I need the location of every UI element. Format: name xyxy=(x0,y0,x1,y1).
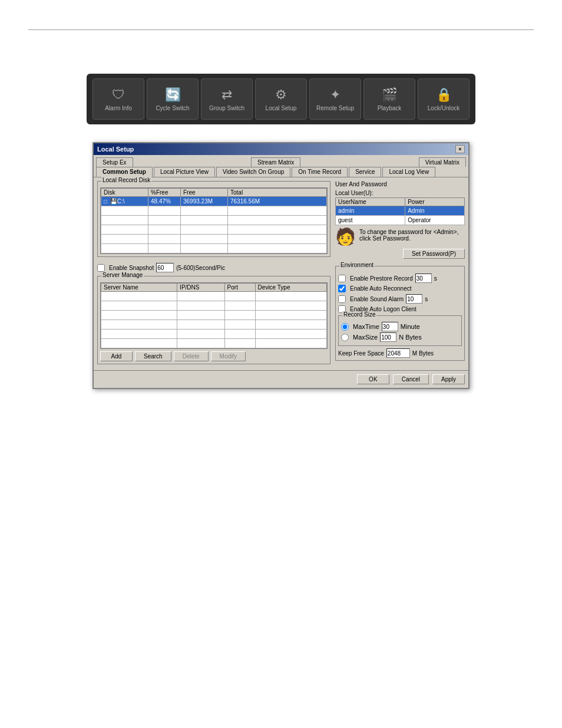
remote-setup-label: Remote Setup xyxy=(316,105,354,111)
server-col-device: Device Type xyxy=(255,284,326,292)
enable-auto-reconnect-checkbox[interactable] xyxy=(338,285,346,292)
tabs-row2: Common Setup Local Picture View Video Sw… xyxy=(94,167,468,177)
max-size-value-input[interactable] xyxy=(380,332,396,342)
auto-reconnect-row: Enable Auto Reconnect xyxy=(338,285,462,292)
sound-alarm-label: Enable Sound Alarm xyxy=(350,296,404,302)
keep-free-unit: M Bytes xyxy=(412,350,434,357)
dialog-close-button[interactable]: × xyxy=(455,145,465,153)
table-row xyxy=(101,339,327,348)
server-table: Server Name IP/DNS Port Device Type xyxy=(101,283,327,348)
free-cell: 36993.23M xyxy=(181,197,228,206)
group-switch-icon: ⇄ xyxy=(222,87,232,103)
disk-col-disk: Disk xyxy=(101,189,148,197)
toolbar-item-local-setup[interactable]: ⚙ Local Setup xyxy=(255,78,307,120)
mascot-icon: 🧑 xyxy=(335,229,356,245)
toolbar-item-playback[interactable]: 🎬 Playback xyxy=(363,78,415,120)
add-button[interactable]: Add xyxy=(100,351,133,361)
tab-common-setup[interactable]: Common Setup xyxy=(96,167,153,177)
max-time-radio[interactable] xyxy=(341,323,349,331)
keep-free-row: Keep Free Space M Bytes xyxy=(338,348,462,358)
local-record-disk-group: Local Record Disk Disk %Free Free Total xyxy=(97,181,330,257)
dialog-title: Local Setup xyxy=(97,146,134,153)
local-setup-icon: ⚙ xyxy=(275,87,287,103)
group-switch-label: Group Switch xyxy=(209,105,244,111)
table-row xyxy=(101,292,327,301)
password-info-text: To change the password for <Admin>, clic… xyxy=(359,229,465,242)
tab-virtual-matrix[interactable]: Virtual Matrix xyxy=(419,157,466,167)
cycle-switch-icon: 🔄 xyxy=(165,87,181,103)
tab-service[interactable]: Service xyxy=(349,167,381,177)
tab-local-picture-view[interactable]: Local Picture View xyxy=(154,167,215,177)
snapshot-value-input[interactable] xyxy=(156,263,174,272)
enable-snapshot-label: Enable Snapshot xyxy=(109,265,154,271)
table-row xyxy=(101,320,327,330)
right-panel: User And Password Local User(U): UserNam… xyxy=(335,181,465,364)
max-time-label: MaxTime xyxy=(353,323,379,330)
list-item[interactable]: admin Admin xyxy=(336,206,465,216)
max-time-value-input[interactable] xyxy=(382,322,398,331)
prestore-value-input[interactable] xyxy=(415,274,432,283)
max-size-radio[interactable] xyxy=(341,334,349,341)
ok-button[interactable]: OK xyxy=(357,374,389,384)
enable-prestore-checkbox[interactable] xyxy=(338,275,346,282)
pctfree-cell: 48.47% xyxy=(148,197,181,206)
toolbar-item-alarm-info[interactable]: 🛡 Alarm Info xyxy=(92,78,144,120)
disk-list-container: Disk %Free Free Total □ 💾C:\ 48.47% 3699… xyxy=(100,187,328,254)
user-password-section: User And Password Local User(U): UserNam… xyxy=(335,181,465,259)
cancel-button[interactable]: Cancel xyxy=(393,374,429,384)
local-setup-dialog: Local Setup × Setup Ex Stream Matrix Vir… xyxy=(92,142,470,389)
record-size-title: Record Size xyxy=(342,311,376,318)
total-cell: 76316.56M xyxy=(228,197,327,206)
disk-cell: □ 💾C:\ xyxy=(101,197,148,206)
toolbar-item-remote-setup[interactable]: ✦ Remote Setup xyxy=(309,78,361,120)
sound-alarm-value-input[interactable] xyxy=(406,294,422,304)
list-item[interactable]: guest Operator xyxy=(336,216,465,225)
snapshot-row: Enable Snapshot (5-600)Second/Pic xyxy=(97,263,330,272)
power-cell: Admin xyxy=(405,206,465,216)
keep-free-value-input[interactable] xyxy=(386,348,410,358)
tab-video-switch-on-group[interactable]: Video Switch On Group xyxy=(216,167,290,177)
tab-local-log-view[interactable]: Local Log View xyxy=(382,167,435,177)
server-col-port: Port xyxy=(224,284,255,292)
local-user-label: Local User(U): xyxy=(335,190,465,196)
modify-button[interactable]: Modify xyxy=(211,351,246,361)
delete-button[interactable]: Delete xyxy=(174,351,209,361)
server-col-ip: IP/DNS xyxy=(177,284,225,292)
remote-setup-icon: ✦ xyxy=(330,87,340,103)
max-size-row: MaxSize N Bytes xyxy=(341,332,459,342)
cycle-switch-label: Cycle Switch xyxy=(156,105,189,111)
enable-snapshot-checkbox[interactable] xyxy=(97,264,105,272)
username-cell: guest xyxy=(336,216,405,225)
dialog-body: Local Record Disk Disk %Free Free Total xyxy=(94,177,468,368)
disk-col-pctfree: %Free xyxy=(148,189,181,197)
table-row xyxy=(101,301,327,311)
power-cell: Operator xyxy=(405,216,465,225)
enable-sound-alarm-checkbox[interactable] xyxy=(338,295,346,303)
table-row xyxy=(101,206,327,216)
set-password-button[interactable]: Set Password(P) xyxy=(403,249,465,259)
toolbar-item-cycle-switch[interactable]: 🔄 Cycle Switch xyxy=(147,78,199,120)
user-password-title: User And Password xyxy=(335,181,465,187)
toolbar-item-lock-unlock[interactable]: 🔒 Lock/Unlock xyxy=(418,78,470,120)
server-manage-title: Server Manage xyxy=(101,272,144,278)
apply-button[interactable]: Apply xyxy=(432,374,465,384)
table-row[interactable]: □ 💾C:\ 48.47% 36993.23M 76316.56M xyxy=(101,197,327,206)
table-row xyxy=(101,330,327,339)
sound-alarm-row: Enable Sound Alarm s xyxy=(338,294,462,304)
table-row xyxy=(101,225,327,235)
search-button[interactable]: Search xyxy=(135,351,171,361)
tab-stream-matrix[interactable]: Stream Matrix xyxy=(251,157,300,167)
alarm-info-label: Alarm Info xyxy=(105,105,132,111)
local-record-disk-title: Local Record Disk xyxy=(101,177,151,183)
max-time-row: MaxTime Minute xyxy=(341,322,459,331)
user-col-power: Power xyxy=(405,198,465,206)
server-list-container: Server Name IP/DNS Port Device Type xyxy=(100,282,328,349)
password-info: 🧑 To change the password for <Admin>, cl… xyxy=(335,229,465,245)
lock-unlock-icon: 🔒 xyxy=(436,87,452,103)
lock-unlock-label: Lock/Unlock xyxy=(428,105,459,111)
sound-alarm-unit: s xyxy=(425,296,428,302)
tab-on-time-record[interactable]: On Time Record xyxy=(292,167,348,177)
max-size-label: MaxSize xyxy=(353,334,378,341)
toolbar-item-group-switch[interactable]: ⇄ Group Switch xyxy=(201,78,253,120)
tab-setup-ex[interactable]: Setup Ex xyxy=(96,157,133,167)
